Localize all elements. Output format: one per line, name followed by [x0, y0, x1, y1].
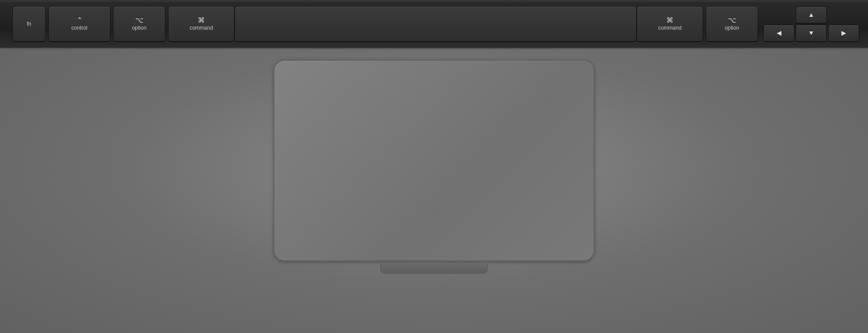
option-left-key[interactable]: ⌥ option	[113, 6, 165, 42]
option-right-key-label: option	[725, 25, 739, 31]
arrow-cluster: ▲ ◀ ▼ ▶	[763, 7, 859, 42]
command-left-key[interactable]: ⌘ command	[168, 6, 235, 42]
keyboard-row: fn ⌃ control ⌥ option ⌘ command ⌘ comman…	[0, 0, 868, 49]
option-left-key-icon: ⌥	[135, 17, 143, 24]
fn-key-label: fn	[27, 21, 31, 27]
arrow-right-icon: ▶	[841, 29, 846, 37]
option-right-key[interactable]: ⌥ option	[706, 6, 758, 42]
command-right-key-icon: ⌘	[666, 17, 673, 24]
control-key[interactable]: ⌃ control	[48, 6, 110, 42]
command-right-key[interactable]: ⌘ command	[637, 6, 703, 42]
arrow-up-icon: ▲	[808, 12, 814, 19]
arrow-right-key[interactable]: ▶	[828, 25, 859, 42]
laptop-body: fn ⌃ control ⌥ option ⌘ command ⌘ comman…	[0, 0, 868, 333]
control-key-icon: ⌃	[77, 17, 82, 24]
spacebar-key[interactable]	[235, 6, 637, 42]
option-right-key-icon: ⌥	[728, 17, 736, 24]
command-left-key-label: command	[190, 25, 213, 31]
arrow-left-icon: ◀	[777, 29, 782, 37]
fn-key[interactable]: fn	[12, 6, 46, 42]
arrow-up-key[interactable]: ▲	[796, 7, 827, 23]
arrow-left-key[interactable]: ◀	[763, 25, 794, 42]
trackpad[interactable]	[274, 60, 594, 261]
arrow-down-icon: ▼	[808, 30, 814, 37]
command-left-key-icon: ⌘	[198, 17, 205, 24]
arrow-down-key[interactable]: ▼	[796, 25, 827, 42]
control-key-label: control	[71, 25, 87, 31]
main-area	[0, 49, 868, 333]
option-left-key-label: option	[132, 25, 147, 31]
command-right-key-label: command	[658, 25, 682, 31]
